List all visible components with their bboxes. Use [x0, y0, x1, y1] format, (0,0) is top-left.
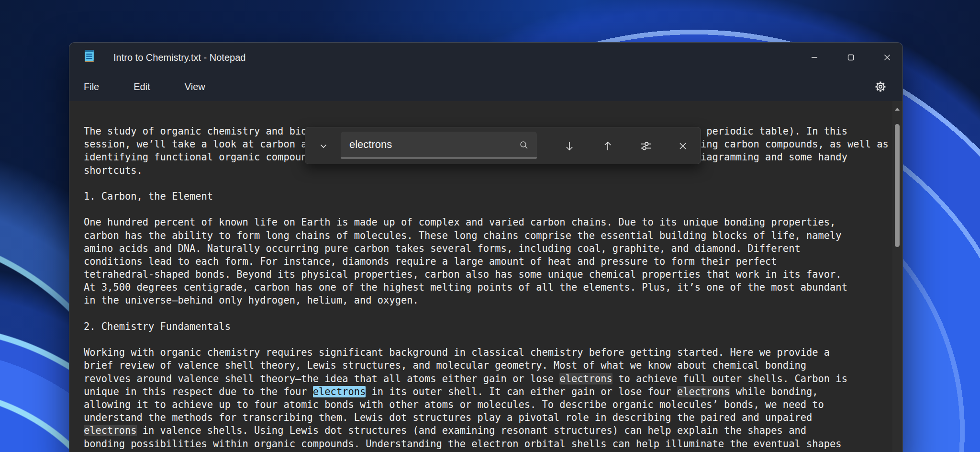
- search-match: electrons: [677, 386, 730, 397]
- close-icon: [883, 54, 891, 61]
- maximize-icon: [847, 54, 855, 61]
- editor-line: [84, 203, 883, 216]
- text-segment: brief review of valence shell theory, Le…: [84, 360, 806, 371]
- chevron-down-icon: [319, 141, 328, 151]
- editor-line: One hundred percent of known life on Ear…: [84, 216, 883, 229]
- find-bar: [305, 127, 701, 164]
- editor-line: brief review of valence shell theory, Le…: [84, 359, 883, 372]
- search-match: electrons: [84, 425, 137, 436]
- editor-line: electrons in valence shells. Using Lewis…: [84, 424, 883, 437]
- search-input-wrap: [341, 132, 537, 158]
- minimize-icon: [811, 54, 818, 61]
- arrow-up-icon: [602, 140, 613, 152]
- editor-line: allowing it to achieve up to four atomic…: [84, 398, 883, 411]
- settings-button[interactable]: [867, 72, 894, 101]
- find-next-button[interactable]: [559, 136, 580, 157]
- maximize-button[interactable]: [837, 48, 865, 67]
- filter-options-icon: [640, 140, 652, 152]
- text-segment: in its outer shell. It can either gain o…: [366, 386, 677, 397]
- editor-line: conditions lead to each form. For instan…: [84, 255, 883, 268]
- editor-line: unique in this respect due to the four e…: [84, 385, 883, 398]
- search-match-active: electrons: [313, 386, 366, 397]
- editor-line: [84, 333, 883, 346]
- editor-line: bonding possibilities within organic com…: [84, 438, 883, 451]
- editor-line: amino acids and DNA. Naturally occurring…: [84, 242, 883, 255]
- find-options-button[interactable]: [635, 136, 657, 157]
- editor-line: [84, 307, 883, 320]
- close-button[interactable]: [873, 48, 901, 67]
- text-segment: unique in this respect due to the four: [84, 386, 313, 397]
- editor-line: tetrahedral-shaped bonds. Beyond its phy…: [84, 268, 883, 281]
- titlebar[interactable]: Intro to Chemistry.txt - Notepad: [69, 43, 902, 72]
- text-segment: while bonding,: [730, 386, 818, 397]
- gear-icon: [874, 80, 887, 93]
- editor-line: in the universe—behind only hydrogen, he…: [84, 294, 883, 307]
- menubar: File Edit View: [69, 72, 902, 101]
- editor-line: 2. Chemistry Fundamentals: [84, 320, 883, 333]
- search-input[interactable]: [341, 132, 537, 158]
- editor-line: shortcuts.: [84, 164, 883, 177]
- text-segment: At 3,500 degrees centigrade, carbon has …: [84, 282, 847, 293]
- search-match: electrons: [559, 373, 612, 384]
- editor-line: revolves around valence shell theory—the…: [84, 373, 883, 385]
- text-segment: Working with organic chemistry requires …: [84, 347, 830, 358]
- arrow-down-icon: [564, 140, 575, 152]
- editor-text: The study of organic chemistry and bioch…: [84, 125, 883, 452]
- find-close-button[interactable]: [672, 136, 693, 157]
- vertical-scrollbar[interactable]: [892, 101, 902, 452]
- close-icon: [678, 141, 688, 151]
- menu-file[interactable]: File: [84, 81, 99, 92]
- text-segment: in valence shells. Using Lewis dot struc…: [137, 425, 807, 436]
- text-segment: revolves around valence shell theory—the…: [84, 373, 559, 384]
- text-segment: 1. Carbon, the Element: [84, 191, 213, 202]
- text-segment: tetrahedral-shaped bonds. Beyond its phy…: [84, 269, 842, 280]
- text-segment: shortcuts.: [84, 165, 143, 176]
- menu-edit[interactable]: Edit: [134, 81, 150, 92]
- notepad-icon: [83, 48, 95, 63]
- window-title: Intro to Chemistry.txt - Notepad: [113, 43, 245, 72]
- text-segment: in the universe—behind only hydrogen, he…: [84, 294, 419, 306]
- editor-line: [84, 177, 883, 190]
- text-segment: bonding possibilities within organic com…: [84, 438, 842, 450]
- text-segment: allowing it to achieve up to four atomic…: [84, 399, 824, 410]
- text-segment: to achieve full outer shells. Carbon is: [612, 373, 847, 384]
- editor-line: carbon has the ability to form long chai…: [84, 229, 883, 242]
- notepad-window: Intro to Chemistry.txt - Notepad File Ed…: [69, 42, 903, 452]
- expand-replace-button[interactable]: [313, 136, 334, 157]
- editor-line: understand the methods for transcribing …: [84, 411, 883, 424]
- text-segment: understand the methods for transcribing …: [84, 412, 812, 423]
- text-segment: amino acids and DNA. Naturally occurring…: [84, 243, 801, 254]
- scrollbar-thumb[interactable]: [895, 124, 900, 247]
- text-segment: carbon has the ability to form long chai…: [84, 230, 842, 241]
- editor-line: At 3,500 degrees centigrade, carbon has …: [84, 281, 883, 294]
- editor-line: Working with organic chemistry requires …: [84, 346, 883, 359]
- text-segment: 2. Chemistry Fundamentals: [84, 321, 231, 332]
- text-segment: One hundred percent of known life on Ear…: [84, 216, 835, 228]
- editor-line: 1. Carbon, the Element: [84, 190, 883, 203]
- text-segment: conditions lead to each form. For instan…: [84, 256, 777, 267]
- find-previous-button[interactable]: [597, 136, 618, 157]
- scroll-up-arrow-icon[interactable]: [895, 108, 900, 111]
- menu-view[interactable]: View: [185, 81, 205, 92]
- minimize-button[interactable]: [801, 48, 828, 67]
